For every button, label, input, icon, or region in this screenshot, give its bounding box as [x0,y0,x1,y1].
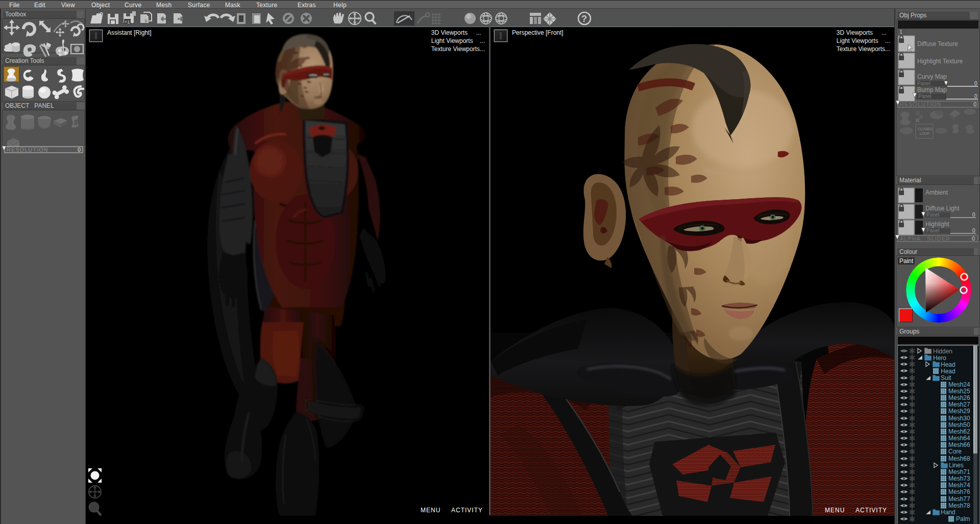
svg-text:0: 0 [972,235,975,242]
svg-text:Mesh50: Mesh50 [948,421,970,428]
svg-text:0: 0 [974,81,977,86]
svg-text:0: 0 [78,147,81,153]
svg-text:?: ? [581,14,587,24]
svg-text:Mesh74: Mesh74 [948,482,970,489]
svg-text:Mesh68: Mesh68 [948,455,970,462]
svg-text:0: 0 [973,101,976,107]
svg-text:Mesh76: Mesh76 [948,488,970,495]
svg-text:Panel: Panel [918,93,932,99]
svg-text:Palm: Palm [956,515,970,522]
svg-text:Highlight: Highlight [925,221,949,228]
svg-text:Head: Head [941,361,955,368]
svg-text:Diffuse Texture: Diffuse Texture [917,40,958,47]
svg-text:+1: +1 [125,19,130,25]
svg-text:0: 0 [974,93,977,99]
svg-text:Panel: Panel [917,81,930,86]
svg-text:Mesh73: Mesh73 [948,475,970,482]
svg-text:ALPHA SLIDER: ALPHA SLIDER [900,235,950,242]
svg-text:Mesh71: Mesh71 [948,468,970,475]
svg-text:Mesh27: Mesh27 [948,401,970,408]
svg-text:Curvy Map: Curvy Map [917,73,947,80]
svg-text:RESOLUTION: RESOLUTION [900,101,942,107]
svg-text:Panel: Panel [926,228,940,233]
svg-text:Bump Map: Bump Map [917,86,947,93]
svg-text:RESOLUTION: RESOLUTION [7,147,48,153]
svg-text:Mesh25: Mesh25 [948,388,970,395]
svg-text:Mesh30: Mesh30 [948,415,970,422]
svg-text:Suit: Suit [941,374,951,382]
svg-text:Hero: Hero [933,354,946,362]
svg-text:Mesh78: Mesh78 [948,502,970,509]
svg-text:Mesh64: Mesh64 [948,435,970,442]
svg-text:Mesh62: Mesh62 [948,428,970,435]
svg-text:Panel: Panel [926,212,940,218]
svg-text:Diffuse Light: Diffuse Light [925,205,960,212]
svg-text:CLOSED: CLOSED [918,127,933,131]
svg-text:Mesh66: Mesh66 [948,441,970,448]
svg-text:0: 0 [972,228,975,233]
svg-text:Mesh24: Mesh24 [948,381,970,388]
svg-text:Mesh26: Mesh26 [948,394,970,401]
svg-text:Ambient: Ambient [925,189,948,196]
svg-text:Core: Core [948,448,962,455]
svg-text:Mesh77: Mesh77 [948,495,970,503]
svg-text:Lines: Lines [949,462,964,469]
svg-text:Head: Head [941,368,955,375]
svg-text:Mesh29: Mesh29 [948,408,970,415]
svg-text:Highlight Texture: Highlight Texture [917,58,963,65]
svg-text:Hidden: Hidden [933,348,952,355]
svg-text:0: 0 [972,212,975,218]
svg-text:Hand: Hand [941,509,955,516]
svg-text:LOOP: LOOP [920,132,930,135]
